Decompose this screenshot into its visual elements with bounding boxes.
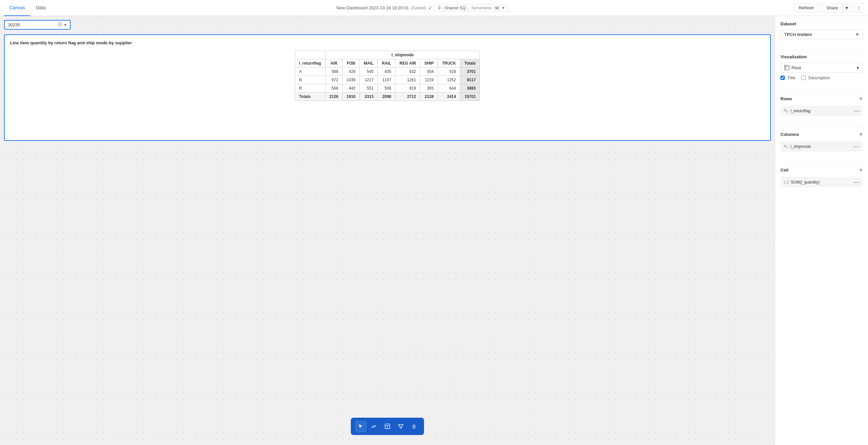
col-regair: REG AIR [395, 59, 421, 68]
divider-2 [780, 91, 863, 91]
visualization-section: Visualization Pivot ▾ Title Description [780, 54, 863, 80]
refresh-button[interactable]: Refresh [794, 3, 819, 12]
tab-group: Canvas Data [4, 0, 51, 16]
tool-table-button[interactable] [381, 420, 393, 432]
columns-header: Columns + [780, 131, 863, 138]
description-checkbox-label: Description [808, 75, 830, 80]
columns-field-left: AC l_shipmode [784, 144, 811, 149]
filter-bar: 30235 ▾ [4, 20, 70, 30]
table-row: R 566 442 551 506 819 355 644 3883 [295, 84, 480, 93]
rows-section: Rows + AC l_returnflag — [780, 95, 863, 116]
col-truck: TRUCK [438, 59, 460, 68]
cell-section: Cell + 1.2 SUM(l_quantity) — [780, 167, 863, 187]
col-totals: Totals [460, 59, 479, 68]
shipmode-header: l_shipmode [325, 51, 480, 59]
col-ship: SHIP [420, 59, 438, 68]
filter-tag[interactable]: 30235 ▾ [4, 20, 70, 30]
right-panel: Dataset TPCH lineitem Visualization Pivo [775, 16, 868, 445]
cell-field-tag: 1.2 SUM(l_quantity) — [780, 177, 863, 187]
saved-status: (Saved) [411, 5, 426, 10]
tab-canvas[interactable]: Canvas [4, 0, 30, 16]
cell-field-left: 1.2 SUM(l_quantity) [784, 180, 819, 184]
returnflag-header: l_returnflag [295, 59, 325, 68]
tool-filter-button[interactable] [395, 420, 407, 432]
tool-chart-button[interactable] [368, 420, 380, 432]
rows-field-left: AC l_returnflag [784, 108, 810, 113]
dashboard-title: New Dashboard 2023-10-16 16:20:01 [337, 5, 409, 10]
db-name: 0 - Shared SQ... [438, 5, 469, 10]
share-button[interactable]: Share [822, 3, 843, 12]
table-row-totals: Totals 2126 1910 2313 2098 2712 2128 241… [295, 93, 480, 101]
chart-title: Line item quantity by return flag and sh… [10, 40, 765, 45]
filter-dropdown-icon: ▾ [64, 22, 67, 27]
pivot-table: l_shipmode l_returnflag AIR FOB MAIL RAI… [295, 51, 480, 101]
columns-field-tag: AC l_shipmode — [780, 141, 863, 152]
topbar-center: New Dashboard 2023-10-16 16:20:01 (Saved… [56, 4, 788, 12]
cell-num-icon: 1.2 [784, 180, 789, 184]
tab-data[interactable]: Data [30, 0, 51, 16]
main-layout: 30235 ▾ Line item quantity by return fla… [0, 16, 868, 445]
filter-clear-icon[interactable] [58, 22, 62, 28]
chart-card: Line item quantity by return flag and sh… [4, 34, 771, 141]
columns-section: Columns + AC l_shipmode — [780, 131, 863, 152]
tool-code-button[interactable]: {} [408, 420, 420, 432]
divider-3 [780, 126, 863, 127]
cell-add-button[interactable]: + [859, 167, 863, 174]
db-size: M [494, 6, 500, 10]
visualization-value: Pivot [792, 65, 801, 70]
dataset-header: Dataset [780, 21, 863, 26]
rows-label: Rows [780, 96, 792, 101]
columns-label: Columns [780, 132, 799, 137]
share-chevron-button[interactable]: ▾ [843, 3, 851, 12]
vis-chevron-icon: ▾ [857, 65, 859, 70]
col-fob: FOB [342, 59, 360, 68]
row-a-label: A [295, 68, 325, 76]
filter-value: 30235 [8, 22, 20, 27]
cell-remove-button[interactable]: — [854, 179, 859, 185]
visualization-header: Visualization [780, 54, 863, 59]
columns-field-icon: AC [784, 144, 788, 149]
row-r-label: R [295, 84, 325, 93]
share-group: Share ▾ [822, 3, 851, 12]
dataset-label: Dataset [780, 21, 796, 26]
chevron-down-icon: ▾ [502, 5, 504, 10]
columns-field-name: l_shipmode [790, 144, 811, 149]
rows-field-icon: AC [784, 108, 788, 113]
visualization-select[interactable]: Pivot ▾ [780, 63, 863, 72]
visualization-label: Visualization [780, 54, 807, 59]
tool-arrow-button[interactable] [355, 420, 367, 432]
rows-add-button[interactable]: + [859, 95, 863, 102]
col-rail: RAIL [378, 59, 395, 68]
columns-remove-button[interactable]: — [854, 143, 859, 150]
db-type: Serverless [471, 5, 492, 10]
columns-add-button[interactable]: + [859, 131, 863, 138]
canvas-area: 30235 ▾ Line item quantity by return fla… [0, 16, 775, 445]
title-checkbox-label: Title [787, 75, 796, 80]
cell-header: Cell + [780, 167, 863, 174]
description-checkbox[interactable] [801, 76, 806, 80]
col-air: AIR [325, 59, 342, 68]
bottom-toolbar: {} [351, 418, 424, 435]
rows-header: Rows + [780, 95, 863, 102]
title-checkbox-row: Title Description [780, 75, 863, 80]
row-n-label: N [295, 76, 325, 84]
topbar: Canvas Data New Dashboard 2023-10-16 16:… [0, 0, 868, 16]
divider-4 [780, 162, 863, 162]
divider-1 [780, 50, 863, 50]
pivot-icon [784, 65, 789, 70]
svg-rect-6 [784, 65, 789, 70]
dataset-select[interactable]: TPCH lineitem [780, 30, 863, 39]
cell-label: Cell [780, 168, 788, 173]
more-options-button[interactable]: ⋮ [854, 3, 864, 12]
topbar-actions: Refresh Share ▾ ⋮ [794, 3, 864, 12]
col-mail: MAIL [360, 59, 378, 68]
db-selector[interactable]: 0 - Shared SQ... Serverless M ▾ [434, 4, 508, 12]
green-check-icon: ✓ [428, 5, 432, 11]
title-checkbox[interactable] [780, 76, 785, 80]
rows-field-tag: AC l_returnflag — [780, 106, 863, 116]
row-totals-label: Totals [295, 93, 325, 101]
rows-field-name: l_returnflag [790, 109, 810, 113]
vis-left: Pivot [784, 65, 801, 70]
table-row: N 972 1039 1217 1157 1261 1219 1252 8117 [295, 76, 480, 84]
rows-remove-button[interactable]: — [854, 107, 859, 114]
